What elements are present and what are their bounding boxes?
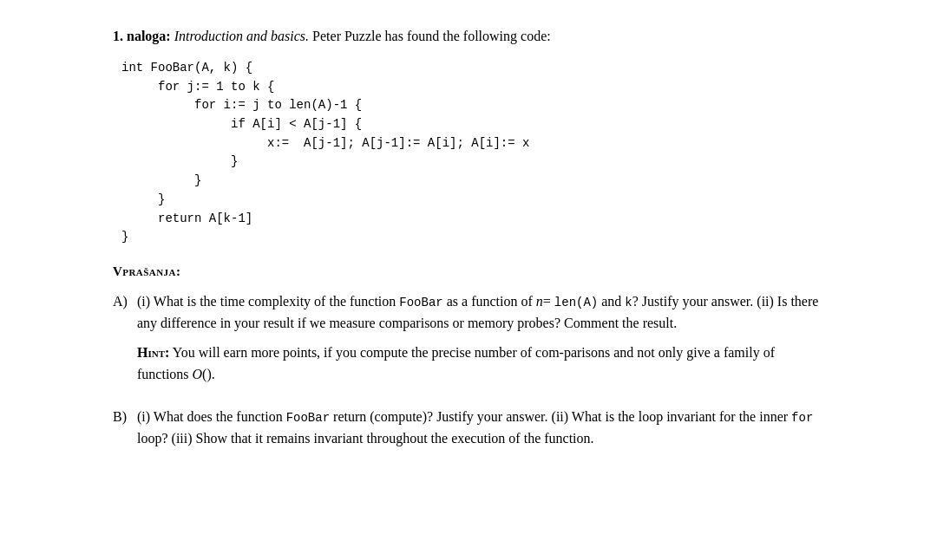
question-b-text: (i) What does the function FooBar return… [137,407,824,450]
code-line-5: x:= A[j-1]; A[j-1]:= A[i]; A[i]:= x [121,134,824,153]
problem-number: 1. [113,29,123,43]
question-a-text: (i) What is the time complexity of the f… [137,291,824,335]
question-b-content: (i) What does the function FooBar return… [137,407,824,459]
code-line-8: } [121,191,824,210]
questions-title-text: Vprašanja: [113,264,180,278]
code-line-6: } [121,153,824,172]
hint-text: Hint: You will earn more points, if you … [137,342,824,386]
foobar-inline-2: FooBar [286,411,330,425]
n-italic: n [536,294,543,309]
code-line-4: if A[i] < A[j-1] { [121,115,824,134]
page-container: 1. naloga: Introduction and basics. Pete… [95,0,842,498]
for-inline: for [791,411,813,425]
hint-title: Hint: [137,345,169,360]
code-line-9: return A[k-1] [121,210,824,229]
question-b-label: B) [113,407,137,459]
foobar-inline-1: FooBar [399,296,442,309]
question-b: B) (i) What does the function FooBar ret… [113,407,824,459]
k-inline-1: k [625,296,632,309]
question-a: A) (i) What is the time complexity of th… [113,291,824,394]
code-line-1: int FooBar(A, k) { [121,59,824,78]
question-a-label: A) [113,291,137,394]
code-line-2: for j:= 1 to k { [121,78,824,97]
code-line-10: } [121,228,824,247]
problem-intro-italic: Introduction and basics. [174,29,309,43]
questions-title: Vprašanja: [113,264,824,279]
problem-intro-text: Introduction and basics. [174,29,309,43]
code-line-3: for i:= j to len(A)-1 { [121,96,824,115]
code-block: int FooBar(A, k) { for j:= 1 to k { for … [113,59,824,247]
problem-header: 1. naloga: Introduction and basics. Pete… [113,26,824,47]
questions-block: A) (i) What is the time complexity of th… [113,291,824,459]
big-o-notation: O [193,367,203,381]
hint-block: Hint: You will earn more points, if you … [137,342,824,386]
problem-intro-rest: Peter Puzzle has found the following cod… [309,29,551,43]
len-a-inline: len(A) [554,296,598,309]
code-line-7: } [121,172,824,191]
problem-label: naloga: [127,29,171,43]
question-a-content: (i) What is the time complexity of the f… [137,291,824,394]
